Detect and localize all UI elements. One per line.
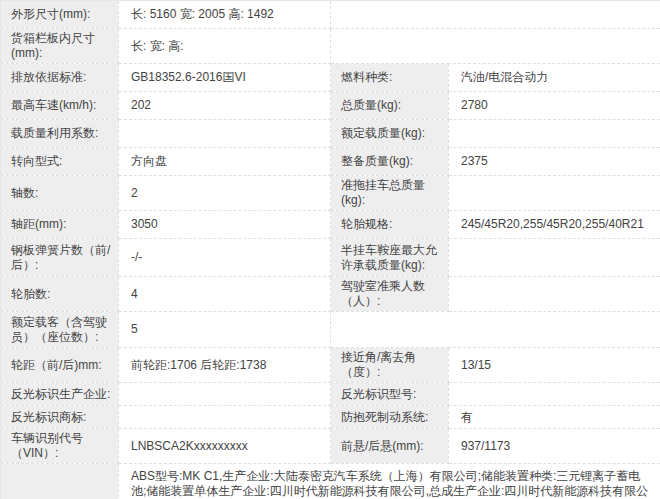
spec-value-seating-capacity: 5 xyxy=(119,312,331,348)
vehicle-spec-page: 外形尺寸(mm): 长: 5160 宽: 2005 高: 1492 货箱栏板内尺… xyxy=(0,0,660,499)
table-row: 额定载客（含驾驶员）（座位数）: 5 xyxy=(1,312,660,348)
spec-value-exterior-dimensions: 长: 5160 宽: 2005 高: 1492 xyxy=(119,1,331,29)
spec-value-trailer-weight xyxy=(449,176,660,211)
spec-value-abs: 有 xyxy=(449,406,660,429)
table-row: 最高车速(km/h): 202 总质量(kg): 2780 xyxy=(1,92,660,120)
spec-value-steering-type: 方向盘 xyxy=(119,148,331,176)
table-row: 反光标识商标: 防抱死制动系统: 有 xyxy=(1,406,660,429)
spec-label-steering-type: 转向型式: xyxy=(1,148,119,176)
table-row: 货箱栏板内尺寸(mm): 长: 宽: 高: xyxy=(1,29,660,64)
spec-value-wheelbase: 3050 xyxy=(119,211,331,239)
spec-label-approach-departure-angle: 接近角/离去角（度）: xyxy=(331,348,449,383)
table-row: 轮距（前/后)mm: 前轮距:1706 后轮距:1738 接近角/离去角（度）:… xyxy=(1,348,660,383)
table-row: 车辆识别代号（VIN）: LNBSCA2Kxxxxxxxxx 前悬/后悬(mm)… xyxy=(1,429,660,464)
spec-label-max-speed: 最高车速(km/h): xyxy=(1,92,119,120)
vehicle-spec-table: 外形尺寸(mm): 长: 5160 宽: 2005 高: 1492 货箱栏板内尺… xyxy=(0,0,660,499)
spec-value-track-width: 前轮距:1706 后轮距:1738 xyxy=(119,348,331,383)
spec-label-rated-load: 额定载质量(kg): xyxy=(331,120,449,148)
spec-empty-cell xyxy=(331,312,660,348)
spec-label-other: 其它: xyxy=(1,464,119,499)
spec-label-fifth-wheel-load: 半挂车鞍座最大允许承载质量(kg): xyxy=(331,239,449,277)
spec-value-tire-count: 4 xyxy=(119,277,331,312)
spec-empty-cell xyxy=(331,1,660,29)
table-row: 轴距(mm): 3050 轮胎规格: 245/45R20,255/45R20,2… xyxy=(1,211,660,239)
spec-value-axle-count: 2 xyxy=(119,176,331,211)
spec-label-abs: 防抱死制动系统: xyxy=(331,406,449,429)
spec-value-other: ABS型号:MK C1,生产企业:大陆泰密克汽车系统（上海）有限公司;储能装置种… xyxy=(119,464,660,499)
spec-label-cab-capacity: 驾驶室准乘人数（人）: xyxy=(331,277,449,312)
spec-value-fifth-wheel-load xyxy=(449,239,660,277)
spec-label-track-width: 轮距（前/后)mm: xyxy=(1,348,119,383)
table-row: 其它: ABS型号:MK C1,生产企业:大陆泰密克汽车系统（上海）有限公司;储… xyxy=(1,464,660,499)
spec-value-max-speed: 202 xyxy=(119,92,331,120)
spec-label-load-utilization: 载质量利用系数: xyxy=(1,120,119,148)
spec-value-leaf-springs: -/- xyxy=(119,239,331,277)
spec-label-reflector-model: 反光标识型号: xyxy=(331,383,449,406)
spec-label-cargo-box-dimensions: 货箱栏板内尺寸(mm): xyxy=(1,29,119,64)
table-row: 反光标识生产企业: 反光标识型号: xyxy=(1,383,660,406)
spec-label-overhang: 前悬/后悬(mm): xyxy=(331,429,449,464)
spec-value-reflector-model xyxy=(449,383,660,406)
spec-label-axle-count: 轴数: xyxy=(1,176,119,211)
spec-label-fuel-type: 燃料种类: xyxy=(331,64,449,92)
table-row: 轮胎数: 4 驾驶室准乘人数（人）: xyxy=(1,277,660,312)
spec-label-tire-spec: 轮胎规格: xyxy=(331,211,449,239)
spec-value-vin: LNBSCA2Kxxxxxxxxx xyxy=(119,429,331,464)
spec-empty-cell xyxy=(331,29,660,64)
table-row: 排放依据标准: GB18352.6-2016国VI 燃料种类: 汽油/电混合动力 xyxy=(1,64,660,92)
spec-label-curb-weight: 整备质量(kg): xyxy=(331,148,449,176)
spec-label-trailer-weight: 准拖挂车总质量(kg): xyxy=(331,176,449,211)
spec-value-overhang: 937/1173 xyxy=(449,429,660,464)
spec-value-curb-weight: 2375 xyxy=(449,148,660,176)
spec-value-reflector-brand xyxy=(119,406,331,429)
spec-value-approach-departure-angle: 13/15 xyxy=(449,348,660,383)
spec-value-emission-standard: GB18352.6-2016国VI xyxy=(119,64,331,92)
spec-value-fuel-type: 汽油/电混合动力 xyxy=(449,64,660,92)
spec-label-vin: 车辆识别代号（VIN）: xyxy=(1,429,119,464)
spec-label-tire-count: 轮胎数: xyxy=(1,277,119,312)
table-row: 载质量利用系数: 额定载质量(kg): xyxy=(1,120,660,148)
spec-value-cab-capacity xyxy=(449,277,660,312)
spec-label-reflector-manufacturer: 反光标识生产企业: xyxy=(1,383,119,406)
table-row: 转向型式: 方向盘 整备质量(kg): 2375 xyxy=(1,148,660,176)
table-row: 轴数: 2 准拖挂车总质量(kg): xyxy=(1,176,660,211)
spec-label-reflector-brand: 反光标识商标: xyxy=(1,406,119,429)
spec-label-wheelbase: 轴距(mm): xyxy=(1,211,119,239)
spec-label-exterior-dimensions: 外形尺寸(mm): xyxy=(1,1,119,29)
spec-value-rated-load xyxy=(449,120,660,148)
spec-value-tire-spec: 245/45R20,255/45R20,255/40R21 xyxy=(449,211,660,239)
spec-label-leaf-springs: 钢板弹簧片数（前/后）: xyxy=(1,239,119,277)
spec-value-cargo-box-dimensions: 长: 宽: 高: xyxy=(119,29,331,64)
spec-label-emission-standard: 排放依据标准: xyxy=(1,64,119,92)
spec-label-gross-weight: 总质量(kg): xyxy=(331,92,449,120)
spec-label-seating-capacity: 额定载客（含驾驶员）（座位数）: xyxy=(1,312,119,348)
table-row: 外形尺寸(mm): 长: 5160 宽: 2005 高: 1492 xyxy=(1,1,660,29)
spec-value-reflector-manufacturer xyxy=(119,383,331,406)
spec-value-gross-weight: 2780 xyxy=(449,92,660,120)
spec-value-load-utilization xyxy=(119,120,331,148)
table-row: 钢板弹簧片数（前/后）: -/- 半挂车鞍座最大允许承载质量(kg): xyxy=(1,239,660,277)
